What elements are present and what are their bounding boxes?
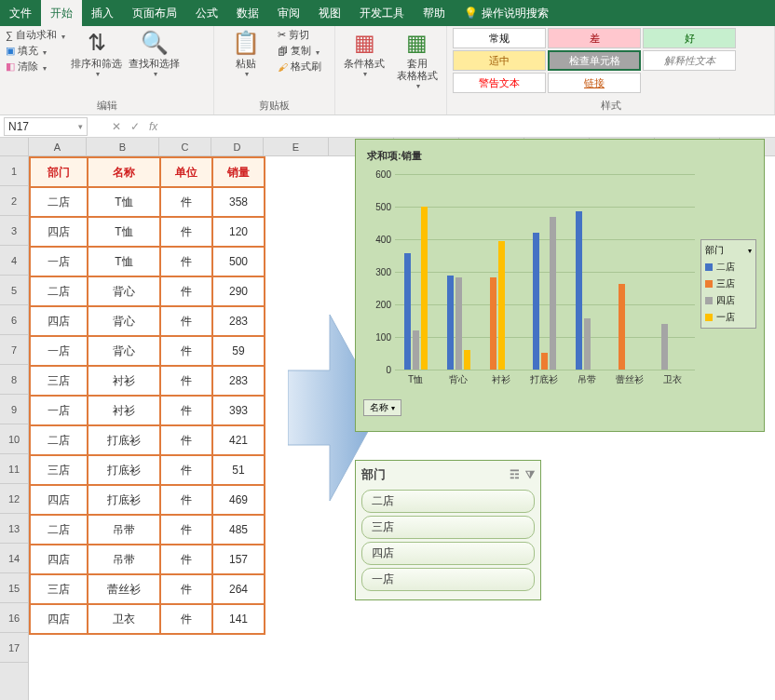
tab-home[interactable]: 开始 [41, 0, 82, 26]
table-cell[interactable]: 四店 [30, 217, 88, 247]
style-neutral[interactable]: 适中 [453, 50, 546, 71]
row-header[interactable]: 6 [0, 305, 28, 335]
table-cell[interactable]: 卫衣 [88, 604, 160, 634]
row-header[interactable]: 8 [0, 365, 28, 395]
tab-insert[interactable]: 插入 [82, 0, 123, 26]
legend-item[interactable]: 三店 [705, 277, 752, 290]
row-header[interactable]: 17 [0, 633, 28, 663]
paste-button[interactable]: 📋粘贴 [220, 28, 272, 78]
slicer-item[interactable]: 一店 [361, 568, 535, 591]
table-cell[interactable]: 四店 [30, 485, 88, 515]
table-cell[interactable]: 59 [212, 336, 265, 366]
style-check-cell[interactable]: 检查单元格 [548, 50, 641, 71]
table-cell[interactable]: 件 [160, 306, 212, 336]
tab-dev[interactable]: 开发工具 [350, 0, 414, 26]
autosum-button[interactable]: ∑自动求和 [6, 28, 65, 42]
style-bad[interactable]: 差 [548, 28, 641, 48]
cell-styles-gallery[interactable]: 常规 差 好 适中 检查单元格 解释性文本 警告文本 链接 [453, 28, 736, 93]
table-cell[interactable]: 485 [212, 515, 265, 545]
chart-bar[interactable] [584, 318, 591, 370]
row-header[interactable]: 1 [0, 156, 28, 186]
table-cell[interactable]: 件 [160, 396, 212, 425]
slicer[interactable]: 部门 ☶ ⧩ 二店三店四店一店 [355, 460, 541, 600]
table-cell[interactable]: 件 [160, 545, 212, 574]
table-cell[interactable]: 打底衫 [88, 485, 160, 515]
table-cell[interactable]: 蕾丝衫 [88, 574, 160, 604]
cut-button[interactable]: ✂剪切 [278, 28, 321, 42]
fx-icon[interactable]: fx [149, 120, 157, 133]
row-header[interactable]: 16 [0, 603, 28, 633]
table-cell[interactable]: T恤 [88, 187, 160, 217]
tab-view[interactable]: 视图 [309, 0, 350, 26]
chart-bar[interactable] [498, 241, 505, 370]
table-cell[interactable]: 469 [212, 485, 265, 515]
row-header[interactable]: 11 [0, 454, 28, 484]
table-cell[interactable]: 三店 [30, 455, 88, 485]
chart-bar[interactable] [576, 211, 582, 370]
table-cell[interactable]: 件 [160, 276, 212, 306]
table-cell[interactable]: 背心 [88, 306, 160, 336]
chevron-down-icon[interactable]: ▾ [748, 247, 752, 255]
legend-item[interactable]: 二店 [705, 261, 752, 274]
table-format-button[interactable]: ▦套用 表格格式 [394, 28, 442, 90]
chart-bar[interactable] [541, 353, 548, 370]
chart-legend[interactable]: 部门▾ 二店三店四店一店 [700, 239, 756, 329]
table-cell[interactable]: 打底衫 [88, 425, 160, 455]
table-cell[interactable]: 一店 [30, 247, 88, 276]
col-header[interactable]: A [29, 138, 87, 155]
slicer-item[interactable]: 三店 [361, 516, 535, 539]
copy-button[interactable]: 🗐复制 [278, 44, 321, 58]
table-cell[interactable]: 衬衫 [88, 396, 160, 425]
table-cell[interactable]: 四店 [30, 545, 88, 574]
table-cell[interactable]: 件 [160, 485, 212, 515]
tab-layout[interactable]: 页面布局 [123, 0, 186, 26]
clear-button[interactable]: ◧清除 [6, 60, 65, 74]
chart-bar[interactable] [550, 217, 556, 370]
table-cell[interactable]: 393 [212, 396, 265, 425]
table-cell[interactable]: 件 [160, 455, 212, 485]
table-cell[interactable]: 358 [212, 187, 265, 217]
table-cell[interactable]: 件 [160, 187, 212, 217]
table-cell[interactable]: 三店 [30, 366, 88, 396]
table-cell[interactable]: 件 [160, 425, 212, 455]
row-header[interactable]: 4 [0, 246, 28, 276]
style-good[interactable]: 好 [643, 28, 736, 48]
chart-bar[interactable] [455, 277, 462, 370]
tab-data[interactable]: 数据 [227, 0, 268, 26]
table-cell[interactable]: 一店 [30, 396, 88, 425]
style-link[interactable]: 链接 [548, 73, 641, 93]
table-cell[interactable]: 四店 [30, 604, 88, 634]
table-cell[interactable]: 吊带 [88, 515, 160, 545]
table-cell[interactable]: 120 [212, 217, 265, 247]
chart-bar[interactable] [533, 233, 539, 370]
row-header[interactable]: 7 [0, 335, 28, 365]
table-cell[interactable]: 283 [212, 366, 265, 396]
table-cell[interactable]: 421 [212, 425, 265, 455]
row-header[interactable]: 12 [0, 484, 28, 514]
table-cell[interactable]: 51 [212, 455, 265, 485]
row-header[interactable]: 15 [0, 573, 28, 603]
table-cell[interactable]: 件 [160, 574, 212, 604]
enter-icon[interactable]: ✓ [130, 120, 140, 133]
grid[interactable]: ABCDEFGHIJK 部门名称单位销量二店T恤件358四店T恤件120一店T恤… [29, 138, 775, 700]
table-cell[interactable]: 衬衫 [88, 366, 160, 396]
table-cell[interactable]: 一店 [30, 336, 88, 366]
table-cell[interactable]: 打底衫 [88, 455, 160, 485]
table-cell[interactable]: 283 [212, 306, 265, 336]
table-cell[interactable]: 件 [160, 604, 212, 634]
row-header[interactable]: 3 [0, 216, 28, 246]
chart-bar[interactable] [464, 350, 470, 370]
col-header[interactable]: C [159, 138, 211, 155]
chart-bar[interactable] [661, 324, 668, 370]
tell-me[interactable]: 💡操作说明搜索 [455, 0, 558, 26]
tab-review[interactable]: 审阅 [268, 0, 309, 26]
table-cell[interactable]: 141 [212, 604, 265, 634]
fill-button[interactable]: ▣填充 [6, 44, 65, 58]
chart-bar[interactable] [490, 277, 496, 370]
style-general[interactable]: 常规 [453, 28, 546, 48]
chart-bar[interactable] [619, 284, 625, 370]
col-header[interactable]: E [264, 138, 329, 155]
clear-filter-icon[interactable]: ⧩ [525, 468, 535, 481]
table-cell[interactable]: 二店 [30, 187, 88, 217]
tab-help[interactable]: 帮助 [414, 0, 455, 26]
